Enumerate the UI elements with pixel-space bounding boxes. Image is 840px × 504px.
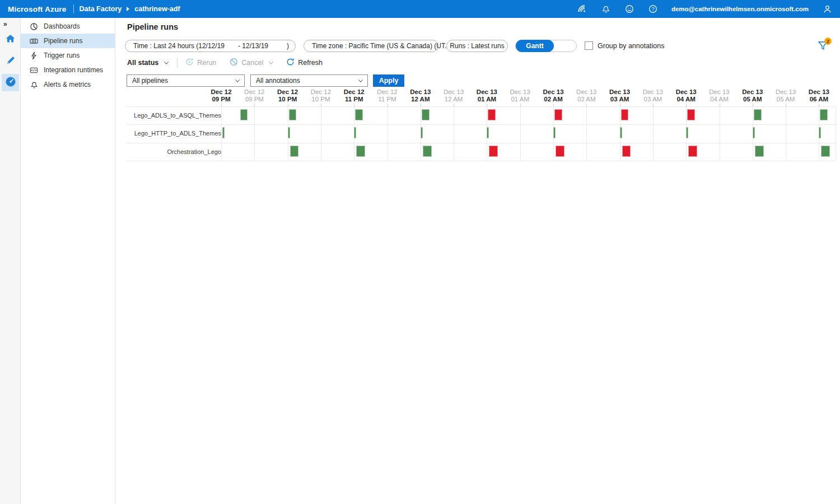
azure-brand[interactable]: Microsoft Azure (0, 5, 67, 13)
gantt-run-bar[interactable] (487, 127, 489, 138)
help-icon[interactable]: ? (648, 4, 658, 14)
gauge-icon (4, 76, 17, 90)
breadcrumb-data-factory[interactable]: Data Factory (80, 5, 122, 13)
gantt-run-bar[interactable] (755, 146, 764, 157)
axis-tick-label: Dec 1209 PM (238, 88, 270, 103)
gantt-run-bar[interactable] (356, 146, 365, 157)
monitor-nav-panel: Dashboards Pipeline runs Trigger runs In… (21, 18, 115, 504)
axis-tick-label: Dec 1304 AM (670, 88, 702, 103)
gantt-row-border (126, 161, 836, 161)
nav-label: Alerts & metrics (44, 81, 91, 88)
trigger-runs-icon (30, 52, 38, 60)
gantt-row-border (126, 143, 836, 143)
account-email[interactable]: demo@cathrinewilhelmsen.onmicrosoft.com (671, 6, 809, 12)
gantt-gridline (221, 106, 222, 161)
collapse-rail-icon[interactable]: » (3, 20, 7, 28)
gantt-run-bar[interactable] (553, 127, 556, 138)
top-bar: Microsoft Azure Data Factory cathrinew-a… (0, 0, 840, 18)
nav-label: Trigger runs (44, 52, 80, 59)
alerts-bell-icon (30, 81, 38, 89)
gantt-run-bar[interactable] (556, 146, 564, 157)
gantt-run-bar[interactable] (290, 146, 299, 157)
gantt-run-bar[interactable] (688, 146, 697, 157)
gantt-gridline (786, 106, 786, 161)
dashboards-icon (30, 22, 38, 31)
gantt-run-bar[interactable] (753, 127, 755, 138)
svg-text:?: ? (652, 6, 655, 12)
axis-tick-label: Dec 1302 AM (537, 88, 570, 103)
breadcrumb-arrow-icon (127, 7, 129, 11)
axis-tick-label: Dec 1302 AM (570, 88, 603, 103)
monitor-button[interactable] (2, 74, 19, 91)
gantt-run-bar[interactable] (620, 127, 622, 138)
left-icon-rail: » (0, 18, 21, 504)
gantt-row-border (126, 106, 836, 107)
nav-label: Pipeline runs (44, 37, 82, 45)
gantt-run-bar[interactable] (421, 127, 423, 138)
topbar-divider (73, 4, 74, 13)
gantt-row-border (126, 124, 836, 125)
axis-tick-label: Dec 1210 PM (305, 88, 337, 103)
gantt-gridline (586, 106, 587, 161)
nav-item-trigger-runs[interactable]: Trigger runs (21, 48, 115, 63)
axis-tick-label: Dec 1303 AM (637, 88, 669, 103)
axis-tick-label: Dec 1211 PM (338, 88, 370, 103)
gantt-gridline (388, 106, 388, 161)
breadcrumb-factory-name[interactable]: cathrinew-adf (134, 5, 180, 13)
gantt-gridline (321, 106, 321, 161)
axis-tick-label: Dec 1312 AM (437, 88, 470, 103)
gantt-gridline (254, 106, 255, 161)
nav-label: Integration runtimes (44, 66, 103, 74)
pipeline-runs-icon (30, 37, 38, 45)
axis-tick-label: Dec 1305 AM (769, 88, 802, 103)
gantt-gridline (720, 106, 720, 161)
axis-tick-label: Dec 1301 AM (470, 88, 503, 103)
nav-label: Dashboards (44, 22, 80, 30)
gantt-run-bar[interactable] (423, 146, 432, 157)
axis-tick-label: Dec 1209 PM (205, 88, 237, 103)
gantt-gridline (836, 106, 836, 161)
integration-runtimes-icon (30, 66, 38, 74)
gantt-run-bar[interactable] (354, 127, 356, 138)
account-avatar-icon[interactable] (822, 4, 832, 14)
axis-tick-label: Dec 1312 AM (404, 88, 437, 103)
gantt-run-bar[interactable] (289, 109, 297, 120)
nav-item-dashboards[interactable]: Dashboards (21, 19, 115, 34)
nav-item-integration-runtimes[interactable]: Integration runtimes (21, 63, 115, 77)
gantt-run-bar[interactable] (488, 109, 496, 120)
gantt-run-bar[interactable] (687, 109, 695, 120)
gantt-run-bar[interactable] (222, 127, 225, 138)
gantt-run-bar[interactable] (288, 127, 290, 138)
signal-icon[interactable] (577, 4, 587, 14)
notifications-bell-icon[interactable] (601, 4, 611, 14)
home-icon (4, 33, 16, 47)
gantt-run-bar[interactable] (622, 146, 631, 157)
feedback-smiley-icon[interactable] (624, 4, 634, 14)
axis-tick-label: Dec 1301 AM (504, 88, 536, 103)
axis-tick-label: Dec 1303 AM (604, 88, 636, 103)
gantt-run-bar[interactable] (686, 127, 688, 138)
gantt-run-bar[interactable] (754, 109, 762, 120)
gantt-gridline (653, 106, 654, 161)
pencil-icon (5, 55, 16, 68)
pipeline-row-label: Orchestration_Lego (126, 148, 221, 155)
gantt-run-bar[interactable] (554, 109, 562, 120)
nav-item-alerts-metrics[interactable]: Alerts & metrics (21, 77, 115, 92)
gantt-run-bar[interactable] (355, 109, 363, 120)
author-button[interactable] (2, 53, 19, 70)
nav-item-pipeline-runs[interactable]: Pipeline runs (21, 34, 115, 48)
gantt-run-bar[interactable] (819, 127, 821, 138)
gantt-run-bar[interactable] (820, 109, 828, 120)
gantt-gridline (520, 106, 521, 161)
gantt-run-bar[interactable] (621, 109, 629, 120)
axis-tick-label: Dec 1211 PM (371, 88, 404, 103)
pipeline-row-label: Lego_HTTP_to_ADLS_Themes (126, 130, 221, 137)
gantt-run-bar[interactable] (240, 109, 248, 120)
axis-tick-label: Dec 1304 AM (703, 88, 736, 103)
gantt-chart: Dec 1209 PMDec 1209 PMDec 1210 PMDec 121… (116, 18, 840, 427)
gantt-run-bar[interactable] (821, 146, 830, 157)
gantt-run-bar[interactable] (489, 146, 498, 157)
axis-tick-label: Dec 1305 AM (736, 88, 769, 103)
gantt-run-bar[interactable] (422, 109, 430, 120)
home-button[interactable] (2, 31, 19, 49)
